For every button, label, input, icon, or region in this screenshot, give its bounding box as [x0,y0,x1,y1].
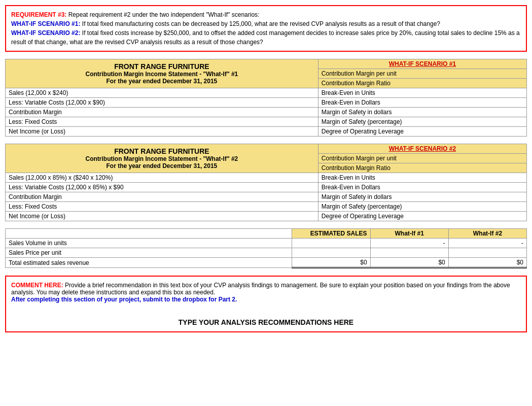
scenario1-data-row-2: Contribution Margin Margin of Safety in … [6,108,527,117]
scenario1-right-label-4: Break-Even in Dollars [318,98,526,108]
scenario1-right-label-1: Contribution Margin per unit [318,69,526,79]
scenario1-row2-label: Contribution Margin [6,108,318,117]
scenario2-row3-label: Less: Fixed Costs [6,202,318,212]
scenario1-data-row-4: Net Income (or Loss) Degree of Operating… [6,127,527,137]
scenario2-section: FRONT RANGE FURNITURE Contribution Margi… [5,144,527,221]
scenario1-header-row: FRONT RANGE FURNITURE Contribution Margi… [6,59,527,69]
scenario1-right-label-3: Break-Even in Units [318,88,526,98]
comment-text-line1: COMMENT HERE: Provide a brief recommenda… [11,282,521,296]
scenario1-right-label-2: Contribution Margin Ratio [318,79,526,88]
estimated-sales-section: ESTIMATED SALES What-If #1 What-If #2 Sa… [5,228,527,268]
scenario1-data-row-1: Less: Variable Costs (12,000 x $90) Brea… [6,98,527,108]
scenario1-right-label-5: Margin of Safety in dollars [318,108,526,117]
comment-title: TYPE YOUR ANALYSIS RECOMMENDATIONS HERE [11,318,521,326]
whatif2-text: If total fixed costs increase by $250,00… [11,29,520,46]
est-empty-header [6,229,292,239]
est-row2-label: Total estimated sales revenue [6,258,292,268]
scenario2-header-row: FRONT RANGE FURNITURE Contribution Margi… [6,144,527,154]
est-row2-est: $0 [292,258,370,268]
scenario1-company: FRONT RANGE FURNITURE [9,62,315,71]
scenario1-table: FRONT RANGE FURNITURE Contribution Margi… [5,59,527,137]
comment-body-text: Provide a brief recommendation in this t… [11,282,510,296]
est-row2-wi2: $0 [448,258,526,268]
scenario2-subtitle: Contribution Margin Income Statement - "… [9,155,315,162]
scenario2-right-label-4: Break-Even in Dollars [318,183,526,192]
scenario2-header-left: FRONT RANGE FURNITURE Contribution Margi… [6,144,318,173]
est-row1-est [292,248,370,258]
scenario2-data-row-1: Less: Variable Costs (12,000 x 85%) x $9… [6,183,527,192]
scenario1-date: For the year ended December 31, 2015 [9,78,315,85]
req-label-text: Repeat requirement #2 under the two inde… [68,11,260,18]
scenario2-row4-label: Net Income (or Loss) [6,212,318,221]
scenario2-right-label-3: Break-Even in Units [318,173,526,183]
scenario1-right-label-6: Margin of Safety (percentage) [318,117,526,127]
scenario1-subtitle: Contribution Margin Income Statement - "… [9,71,315,78]
scenario2-date: For the year ended December 31, 2015 [9,162,315,170]
whatif1-text: If total fixed manufacturing costs can b… [82,20,440,27]
est-header-row: ESTIMATED SALES What-If #1 What-If #2 [6,229,527,239]
scenario2-row1-label: Less: Variable Costs (12,000 x 85%) x $9… [6,183,318,192]
scenario2-data-row-4: Net Income (or Loss) Degree of Operating… [6,212,527,221]
est-row0-wi2: - [448,239,526,248]
scenario1-data-row-0: Sales (12,000 x $240) Break-Even in Unit… [6,88,527,98]
scenario1-row3-label: Less: Fixed Costs [6,117,318,127]
scenario2-table: FRONT RANGE FURNITURE Contribution Margi… [5,144,527,221]
scenario2-right-label-2: Contribution Margin Ratio [318,163,526,173]
scenario2-row2-label: Contribution Margin [6,192,318,202]
comment-blue-text: After completing this section of your pr… [11,296,237,303]
est-row2-wi1: $0 [370,258,448,268]
est-row-1: Sales Price per unit [6,248,527,258]
est-row1-wi1 [370,248,448,258]
scenario1-row0-label: Sales (12,000 x $240) [6,88,318,98]
est-row0-est [292,239,370,248]
est-row1-label: Sales Price per unit [6,248,292,258]
scenario1-header-left: FRONT RANGE FURNITURE Contribution Margi… [6,59,318,88]
est-col3-header: What-If #2 [448,229,526,239]
scenario1-data-row-3: Less: Fixed Costs Margin of Safety (perc… [6,117,527,127]
comment-label: COMMENT HERE: [11,282,63,289]
scenario2-row0-label: Sales (12,000 x 85%) x ($240 x 120%) [6,173,318,183]
estimated-sales-table: ESTIMATED SALES What-If #1 What-If #2 Sa… [5,228,527,268]
est-row-0: Sales Volume in units - - [6,239,527,248]
est-col1-header: ESTIMATED SALES [292,229,370,239]
scenario2-right-label-7: Degree of Operating Leverage [318,212,526,221]
whatif1-label: WHAT-IF SCENARIO #1: [11,20,80,27]
scenario1-right-label-7: Degree of Operating Leverage [318,127,526,137]
scenario2-data-row-2: Contribution Margin Margin of Safety in … [6,192,527,202]
scenario2-right-label-5: Margin of Safety in dollars [318,192,526,202]
scenario1-row1-label: Less: Variable Costs (12,000 x $90) [6,98,318,108]
est-row-2: Total estimated sales revenue $0 $0 $0 [6,258,527,268]
comment-box: COMMENT HERE: Provide a brief recommenda… [5,276,527,332]
whatif2-label: WHAT-IF SCENARIO #2: [11,29,80,37]
scenario1-section: FRONT RANGE FURNITURE Contribution Margi… [5,59,527,137]
scenario1-row4-label: Net Income (or Loss) [6,127,318,137]
est-col2-header: What-If #1 [370,229,448,239]
scenario2-right-label-1: Contribution Margin per unit [318,154,526,163]
scenario2-company: FRONT RANGE FURNITURE [9,147,315,155]
scenario2-data-row-0: Sales (12,000 x 85%) x ($240 x 120%) Bre… [6,173,527,183]
est-row1-wi2 [448,248,526,258]
scenario2-data-row-3: Less: Fixed Costs Margin of Safety (perc… [6,202,527,212]
req-label: REQUIREMENT #3: [11,11,66,18]
comment-blue-line: After completing this section of your pr… [11,296,521,303]
scenario1-whatif-label: WHAT-IF SCENARIO #1 [318,59,526,69]
est-row0-label: Sales Volume in units [6,239,292,248]
scenario2-whatif-label: WHAT-IF SCENARIO #2 [318,144,526,154]
requirement-box: REQUIREMENT #3: Repeat requirement #2 un… [5,5,527,52]
est-row0-wi1: - [370,239,448,248]
scenario2-right-label-6: Margin of Safety (percentage) [318,202,526,212]
